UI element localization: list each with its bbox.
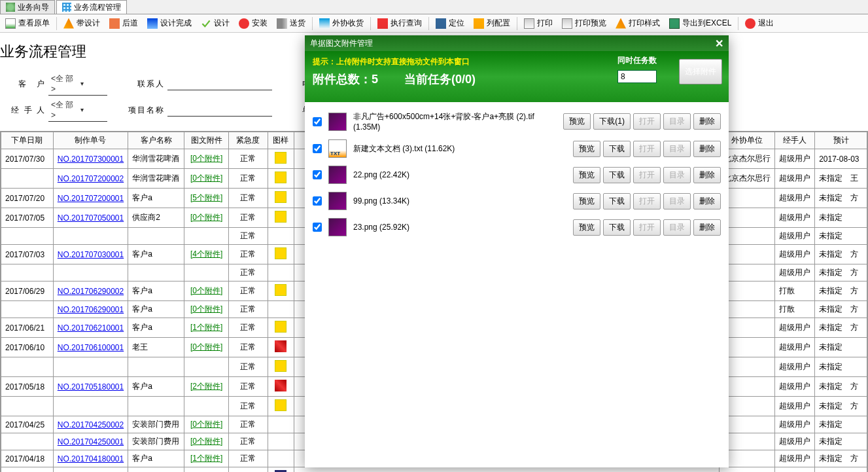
col-att[interactable]: 图文附件 xyxy=(184,132,229,149)
dir-button[interactable]: 目录 xyxy=(663,167,691,183)
col-jh[interactable]: 经手人 xyxy=(775,132,815,149)
attachment-link[interactable]: [4个附件] xyxy=(190,249,222,259)
order-link[interactable]: NO.201706210001 xyxy=(58,323,124,333)
col-urg[interactable]: 紧急度 xyxy=(229,132,268,149)
tb-design-done[interactable]: 设计完成 xyxy=(143,16,196,30)
attachment-checkbox[interactable] xyxy=(313,170,322,179)
dir-button[interactable]: 目录 xyxy=(663,113,691,130)
tb-external-recv[interactable]: 外协收货 xyxy=(315,16,368,30)
dir-button[interactable]: 目录 xyxy=(663,219,691,236)
delete-button[interactable]: 删除 xyxy=(693,113,721,130)
order-link[interactable]: NO.201704250002 xyxy=(58,420,124,429)
attachment-link[interactable]: [0个附件] xyxy=(190,420,222,429)
attachment-link[interactable]: [0个附件] xyxy=(190,213,222,222)
dir-button[interactable]: 目录 xyxy=(663,193,691,209)
tb-execute-query[interactable]: 执行查询 xyxy=(373,16,426,30)
col-yy[interactable]: 预计 xyxy=(815,132,867,149)
order-link[interactable]: NO.201704180001 xyxy=(58,454,124,463)
cell-yy: 未指定 xyxy=(815,338,867,357)
project-input[interactable] xyxy=(167,104,272,117)
table-row[interactable]: 2017/04/10NO.201704100001客户a[3个附件]正常超级用户… xyxy=(1,467,867,473)
chevron-down-icon[interactable]: ▾ xyxy=(78,79,107,88)
delete-button[interactable]: 删除 xyxy=(693,219,721,236)
attachment-checkbox[interactable] xyxy=(313,117,322,126)
delete-button[interactable]: 删除 xyxy=(693,193,721,209)
order-link[interactable]: NO.201706100001 xyxy=(58,343,124,352)
attachment-link[interactable]: [5个附件] xyxy=(190,193,222,202)
col-date[interactable]: 下单日期 xyxy=(1,132,54,149)
cell-swatch xyxy=(268,245,294,264)
attachment-link[interactable]: [0个附件] xyxy=(190,173,222,183)
tb-design[interactable]: 设计 xyxy=(197,16,234,30)
tb-back[interactable]: 后道 xyxy=(105,16,142,30)
handler-combo[interactable]: <全 部>▾ xyxy=(48,98,107,122)
order-link[interactable]: NO.201707200002 xyxy=(58,174,124,183)
open-button[interactable]: 打开 xyxy=(633,167,661,183)
order-link[interactable]: NO.201706290002 xyxy=(58,287,124,296)
delete-button[interactable]: 删除 xyxy=(693,141,721,157)
open-button[interactable]: 打开 xyxy=(633,193,661,209)
open-button[interactable]: 打开 xyxy=(633,219,661,236)
col-cust[interactable]: 客户名称 xyxy=(128,132,184,149)
attachment-link[interactable]: [2个附件] xyxy=(190,382,222,391)
chevron-down-icon[interactable]: ▾ xyxy=(78,105,107,115)
tb-exit[interactable]: 退出 xyxy=(741,16,778,30)
open-button[interactable]: 打开 xyxy=(633,113,661,130)
download-button[interactable]: 下载(1) xyxy=(593,113,631,130)
order-link[interactable]: NO.201705180001 xyxy=(58,382,124,391)
attachment-link[interactable]: [0个附件] xyxy=(190,437,222,446)
preview-button[interactable]: 预览 xyxy=(573,193,600,209)
close-icon[interactable]: ✕ xyxy=(715,37,723,50)
select-file-button[interactable]: 选择附件 xyxy=(679,59,722,84)
tb-view-original[interactable]: 查看原单 xyxy=(1,16,54,30)
attachment-checkbox[interactable] xyxy=(313,144,322,153)
tb-with-design[interactable]: 带设计 xyxy=(60,16,104,30)
preview-button[interactable]: 预览 xyxy=(573,141,600,157)
tb-print-style[interactable]: 打印样式 xyxy=(612,16,664,30)
tb-ship[interactable]: 送货 xyxy=(273,16,309,30)
attachment-link[interactable]: [0个附件] xyxy=(190,342,222,352)
order-link[interactable]: NO.201707300001 xyxy=(58,154,124,164)
dialog-titlebar[interactable]: 单据图文附件管理 ✕ xyxy=(305,35,729,51)
tab-guide[interactable]: 业务向导 xyxy=(0,0,55,14)
tb-col-config[interactable]: 列配置 xyxy=(470,16,514,30)
order-link[interactable]: NO.201707030001 xyxy=(58,250,124,259)
open-button[interactable]: 打开 xyxy=(633,141,661,157)
order-link[interactable]: NO.201706290001 xyxy=(58,305,124,314)
order-link[interactable]: NO.201707200001 xyxy=(58,194,124,203)
download-button[interactable]: 下载 xyxy=(603,167,631,183)
tb-print-preview[interactable]: 打印预览 xyxy=(558,16,610,30)
tb-export-excel[interactable]: 导出到EXCEL xyxy=(665,16,735,30)
download-button[interactable]: 下载 xyxy=(603,141,631,157)
attachment-checkbox[interactable] xyxy=(313,196,322,206)
cell-cust: 客户a xyxy=(128,318,184,338)
attachment-link[interactable]: [0个附件] xyxy=(190,304,222,314)
customer-combo[interactable]: <全 部>▾ xyxy=(48,72,107,96)
order-link[interactable]: NO.201707050001 xyxy=(58,213,124,223)
cell-att: [0个附件] xyxy=(184,433,229,450)
attachment-link[interactable]: [0个附件] xyxy=(190,286,222,295)
order-link[interactable]: NO.201704250001 xyxy=(58,437,124,446)
preview-button[interactable]: 预览 xyxy=(573,219,600,236)
preview-button[interactable]: 预览 xyxy=(563,113,591,130)
tb-locate[interactable]: 定位 xyxy=(432,16,468,30)
preview-button[interactable]: 预览 xyxy=(573,167,600,183)
concurrent-input[interactable] xyxy=(617,70,657,83)
attachment-checkbox[interactable] xyxy=(313,223,322,232)
cell-date: 2017/04/18 xyxy=(1,450,54,467)
col-no[interactable]: 制作单号 xyxy=(53,132,128,149)
cell-cust: 客户a xyxy=(128,450,184,467)
tb-install[interactable]: 安装 xyxy=(235,16,271,30)
dir-button[interactable]: 目录 xyxy=(663,141,691,157)
attachment-buttons: 预览下载打开目录删除 xyxy=(573,167,721,183)
download-button[interactable]: 下载 xyxy=(603,193,631,209)
tab-process-mgmt[interactable]: 业务流程管理 xyxy=(56,0,127,14)
attachment-link[interactable]: [1个附件] xyxy=(190,454,222,463)
tb-print[interactable]: 打印 xyxy=(520,16,557,30)
delete-button[interactable]: 删除 xyxy=(693,167,721,183)
download-button[interactable]: 下载 xyxy=(603,219,631,236)
col-swatch[interactable]: 图样 xyxy=(268,132,294,149)
contact-input[interactable] xyxy=(167,78,272,90)
attachment-link[interactable]: [1个附件] xyxy=(190,323,222,332)
attachment-link[interactable]: [0个附件] xyxy=(190,154,222,163)
